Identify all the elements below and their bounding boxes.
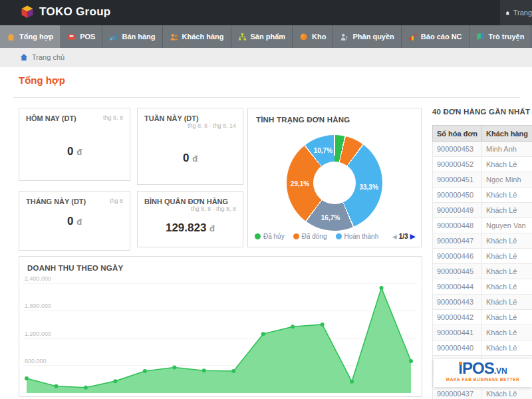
stat-card-today: HÔM NAY (DT) thg 8, 8 0 đ (19, 108, 130, 181)
stat-card-period: thg 8, 8 (103, 114, 123, 122)
data-point[interactable] (202, 368, 206, 372)
legend-dot (336, 233, 342, 239)
chevron-right-icon[interactable]: ▶ (410, 232, 416, 241)
cell-customer-name: Khách Lẻ (482, 233, 532, 249)
toko-cube-icon (20, 5, 35, 19)
data-point[interactable] (25, 376, 29, 380)
legend-label: Đã đóng (302, 233, 327, 240)
table-row[interactable]: 900000453Minh Anh (433, 142, 532, 157)
nav-tab-phan-quyen[interactable]: Phân quyền (333, 25, 401, 48)
table-row[interactable]: 900000448Nguyen Van (433, 218, 532, 233)
revenue-area-chart[interactable]: 2.400.0001.800.0001.200.000600.000 (19, 257, 422, 396)
nav-tab-ban-hang[interactable]: Bán hàng (102, 25, 162, 48)
cell-invoice-number: 900000442 (433, 310, 482, 325)
data-point[interactable] (143, 369, 147, 373)
table-row[interactable]: 900000442Khách Lẻ (433, 310, 532, 325)
stat-card-value: 0 đ (19, 215, 130, 228)
table-row[interactable]: 900000447Khách Lẻ (433, 233, 532, 249)
donut-hole (313, 162, 356, 204)
cell-customer-name: Khách Lẻ (482, 188, 532, 203)
cell-customer-name: Khách Lẻ (482, 310, 532, 325)
legend-item[interactable]: Đã đóng (293, 233, 327, 240)
bar-chart-icon (109, 33, 118, 41)
data-point[interactable] (261, 332, 265, 336)
legend-item[interactable]: Hoàn thành (336, 233, 379, 240)
cell-customer-name: Khách Lẻ (482, 340, 532, 356)
stat-card-period: thg 8, 8 - thg 8, 14 (188, 122, 236, 129)
table-row[interactable]: 900000452Khách Lẻ (433, 157, 532, 172)
ipos-logo-text: iPOS (458, 359, 493, 377)
cell-invoice-number: 900000443 (433, 295, 482, 310)
table-row[interactable]: 900000450Khách Lẻ (433, 188, 532, 203)
topbar-home-button[interactable]: Trang (500, 0, 532, 25)
table-row[interactable]: 900000440Khách Lẻ (433, 340, 532, 356)
nav-tab-pos[interactable]: POS (61, 25, 102, 48)
recent-orders-table: Số hóa đơn Khách hàng 900000453Minh Anh9… (432, 125, 532, 399)
legend-page-number: 1/3 (399, 233, 408, 240)
cell-invoice-number: 900000449 (433, 203, 482, 218)
data-point[interactable] (291, 325, 295, 329)
breadcrumb-item-home[interactable]: Trang chủ (32, 53, 65, 61)
cell-customer-name: Khách Lẻ (482, 249, 532, 264)
data-point[interactable] (231, 369, 235, 373)
order-status-title: TÌNH TRẠNG ĐƠN HÀNG (256, 116, 350, 124)
data-point[interactable] (409, 359, 413, 363)
data-point[interactable] (84, 386, 88, 390)
pos-terminal-icon (67, 33, 76, 41)
home-icon (20, 53, 28, 61)
recent-orders-panel: 40 ĐƠN HÀNG GẦN NHẤT Số hóa đơn Khách hà… (432, 108, 532, 399)
nav-tab-kho[interactable]: Kho (293, 25, 333, 48)
table-row[interactable]: 900000445Khách Lẻ (433, 264, 532, 279)
stat-card-this-month: THÁNG NÀY (DT) thg 8 0 đ (19, 191, 130, 251)
donut-slice-percent: 16,7% (321, 213, 340, 221)
data-point[interactable] (172, 366, 176, 370)
legend-label: Đã hủy (263, 233, 285, 240)
data-point[interactable] (321, 323, 325, 327)
cell-invoice-number: 900000450 (433, 188, 482, 203)
stat-card-title: BÌNH QUÂN ĐƠN HÀNG (144, 198, 228, 205)
data-point[interactable] (350, 380, 354, 384)
y-axis-tick-label: 1.200.000 (25, 331, 51, 337)
stat-card-value: 129.823 đ (138, 221, 243, 235)
cell-invoice-number: 900000447 (433, 233, 482, 249)
brand-logo: TOKO Group (20, 5, 111, 19)
data-point[interactable] (113, 379, 117, 383)
recent-orders-title: 40 ĐƠN HÀNG GẦN NHẤT (432, 108, 532, 116)
column-header-customer[interactable]: Khách hàng (482, 126, 532, 142)
nav-tab-tro-truyen[interactable]: Trò truyện (469, 25, 532, 48)
nav-tab-tong-hop[interactable]: Tổng hợp (0, 25, 61, 48)
table-row[interactable]: 900000441Khách Lẻ (433, 325, 532, 340)
nav-tab-san-pham[interactable]: Sản phẩm (231, 25, 293, 48)
order-status-panel: TÌNH TRẠNG ĐƠN HÀNG Đã hủyĐã đóngHoàn th… (247, 108, 422, 247)
nav-tab-khach-hang[interactable]: Khách hàng (163, 25, 231, 48)
table-row[interactable]: 900000444Khách Lẻ (433, 279, 532, 295)
cell-customer-name: Khách Lẻ (482, 203, 532, 218)
cell-customer-name: Khách Lẻ (482, 386, 532, 399)
nav-tab-label: POS (80, 33, 95, 41)
table-row[interactable]: 900000443Khách Lẻ (433, 295, 532, 310)
column-header-invoice[interactable]: Số hóa đơn (433, 126, 482, 142)
ipos-logo: iPOS.VN (458, 360, 507, 376)
stat-card-title: THÁNG NÀY (DT) (26, 198, 86, 205)
stat-card-value: 0 đ (19, 145, 130, 158)
legend-pagination: ◀ 1/3 ▶ (392, 232, 416, 241)
table-row[interactable]: 900000437Khách Lẻ (433, 386, 532, 399)
data-point[interactable] (54, 384, 58, 388)
stat-card-value: 0 đ (138, 152, 243, 165)
donut-legend: Đã hủyĐã đóngHoàn thành ◀ 1/3 ▶ (255, 232, 416, 241)
data-point[interactable] (380, 286, 384, 290)
stat-card-period: thg 8 (110, 198, 123, 205)
nav-tab-bao-cao-nc[interactable]: Báo cáo NC (402, 25, 469, 48)
chevron-left-icon[interactable]: ◀ (392, 233, 397, 240)
cell-customer-name: Nguyen Van (482, 218, 532, 233)
cell-invoice-number: 900000451 (433, 172, 482, 188)
table-row[interactable]: 900000449Khách Lẻ (433, 203, 532, 218)
legend-item[interactable]: Đã hủy (255, 233, 285, 240)
cell-customer-name: Ngọc Minh (482, 172, 532, 188)
table-row[interactable]: 900000451Ngọc Minh (433, 172, 532, 188)
breadcrumb: Trang chủ (0, 48, 532, 66)
nav-tab-label: Khách hàng (182, 33, 224, 41)
ipos-logo-dot (459, 362, 462, 365)
y-axis-tick-label: 2.400.000 (25, 275, 51, 282)
table-row[interactable]: 900000446Khách Lẻ (433, 249, 532, 264)
